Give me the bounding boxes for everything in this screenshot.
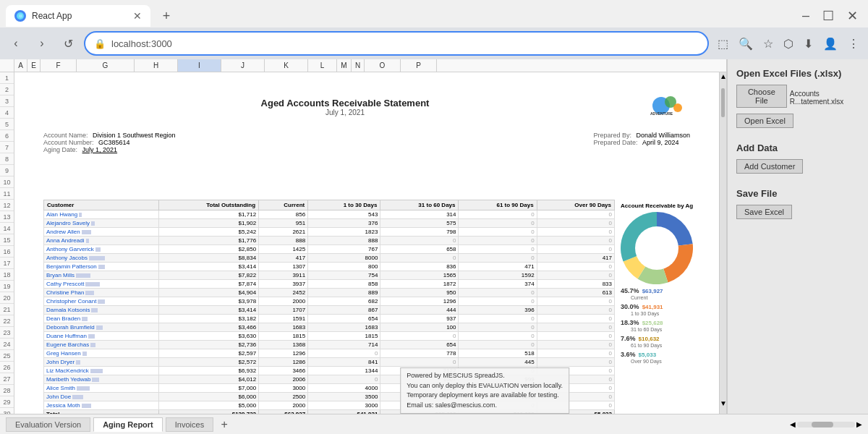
row-num-30: 30 xyxy=(0,408,14,414)
address-text[interactable]: localhost:3000 xyxy=(111,38,699,49)
col-header-a: A xyxy=(14,59,27,72)
scroll-down-btn[interactable]: ▼ xyxy=(720,399,726,414)
browser-toolbar: ‹ › ↺ 🔒 localhost:3000 ⬚ 🔍 ☆ ⬡ ⬇ 👤 ⋮ xyxy=(0,27,868,59)
row-num-29: 29 xyxy=(0,396,14,408)
tab-evaluation-version[interactable]: Evaluation Version xyxy=(6,417,90,432)
open-excel-title: Open Excel Files (.xlsx) xyxy=(736,68,859,79)
table-row: Christopher Conant$3,9782000682129600 xyxy=(44,297,615,306)
col-header-i: I xyxy=(178,59,221,72)
table-row: Alan Hwang$1,71285654331400 xyxy=(44,210,615,219)
report-header-row: Aged Accounts Receivable Statement July … xyxy=(14,95,719,119)
report-content-area[interactable]: Aged Accounts Receivable Statement July … xyxy=(14,72,719,414)
row-num-5: 5 xyxy=(0,119,14,130)
eval-line2: You can only deploy this EVALUATION vers… xyxy=(407,382,563,389)
row-num-1: 1 xyxy=(0,72,14,84)
file-name-display: Accounts R...tatement.xlsx xyxy=(790,90,859,106)
forward-button[interactable]: › xyxy=(32,33,52,54)
open-excel-button[interactable]: Open Excel xyxy=(736,114,793,128)
h-scrollbar[interactable]: ◀ ▶ xyxy=(790,420,862,428)
choose-file-button[interactable]: Choose File xyxy=(736,85,787,108)
scroll-right-btn[interactable]: ▶ xyxy=(856,420,862,428)
prepared-by-value: Donald Williamson xyxy=(636,132,690,139)
scroll-up-btn[interactable]: ▲ xyxy=(720,72,726,87)
th-61-90: 61 to 90 Days xyxy=(459,200,537,210)
eval-popup: Powered by MESCIUS SpreadJS. You can onl… xyxy=(400,367,569,414)
download-icon[interactable]: ⬇ xyxy=(801,34,816,54)
row-num-14: 14 xyxy=(0,223,14,234)
browser-tab[interactable]: ⚛ React App ✕ xyxy=(6,5,150,27)
row-numbers-col: 1 2 3 4 5 6 7 8 9 10 11 12 13 14 15 16 1… xyxy=(0,72,14,414)
col-header-h: H xyxy=(135,59,178,72)
prepared-by-label: Prepared By: xyxy=(593,132,631,139)
close-button[interactable]: ✕ xyxy=(843,8,862,24)
tab-invoices[interactable]: Invoices xyxy=(166,417,213,432)
row-num-13: 13 xyxy=(0,211,14,223)
row-num-19: 19 xyxy=(0,281,14,292)
account-name-value: Division 1 Southwest Region xyxy=(93,132,176,139)
th-1-30: 1 to 30 Days xyxy=(308,200,380,210)
prepared-date-label: Prepared Date: xyxy=(593,139,637,146)
account-number-value: GC385614 xyxy=(98,139,130,146)
row-num-6: 6 xyxy=(0,130,14,142)
svg-text:ADVENTURE: ADVENTURE xyxy=(650,111,673,116)
table-row: Eugene Barchas$2,736136871465400 xyxy=(44,341,615,349)
tab-close-icon[interactable]: ✕ xyxy=(133,10,142,22)
row-num-3: 3 xyxy=(0,95,14,107)
back-button[interactable]: ‹ xyxy=(6,33,26,54)
title-bar: ⚛ React App ✕ + – ☐ ✕ xyxy=(0,0,868,27)
h-scroll-track[interactable] xyxy=(797,422,855,427)
minimize-button[interactable]: – xyxy=(798,8,814,24)
empty-rows-9-11 xyxy=(14,165,719,200)
h-scroll-thumb[interactable] xyxy=(812,422,833,427)
spreadsheet-body: 1 2 3 4 5 6 7 8 9 10 11 12 13 14 15 16 1… xyxy=(0,72,726,414)
extensions-icon[interactable]: ⬡ xyxy=(780,34,796,54)
row-num-24: 24 xyxy=(0,339,14,350)
col-header-j: J xyxy=(221,59,265,72)
reload-button[interactable]: ↺ xyxy=(58,33,78,54)
row-num-18: 18 xyxy=(0,269,14,281)
table-row: Damala Kotsonis$3,41417078674443960 xyxy=(44,306,615,315)
svg-point-4 xyxy=(673,103,682,112)
tab-aging-report[interactable]: Aging Report xyxy=(93,417,163,432)
row-num-15: 15 xyxy=(0,234,14,246)
account-number-label: Account Number: xyxy=(43,139,94,146)
scroll-thumb[interactable] xyxy=(721,88,725,117)
row-num-9: 9 xyxy=(0,165,14,176)
main-content: A E F G H I J K L M N O P 1 2 3 4 5 6 7 xyxy=(0,59,868,414)
add-sheet-button[interactable]: + xyxy=(216,417,232,433)
eval-line3: Temporary deployment keys are available … xyxy=(407,391,559,399)
eval-line4: Email us: sales@mescius.com. xyxy=(407,401,497,409)
table-row: Cathy Prescott$7,87439378581872374833 xyxy=(44,280,615,289)
col-header-p: P xyxy=(401,59,437,72)
address-bar[interactable]: 🔒 localhost:3000 xyxy=(84,31,709,56)
table-row: Dean Braden$3,182159165493700 xyxy=(44,315,615,323)
row-num-17: 17 xyxy=(0,258,14,269)
svg-point-7 xyxy=(635,226,678,270)
save-excel-button[interactable]: Save Excel xyxy=(736,205,792,219)
new-tab-button[interactable]: + xyxy=(156,6,176,26)
row-num-11: 11 xyxy=(0,188,14,200)
sidebar: Open Excel Files (.xlsx) Choose File Acc… xyxy=(727,59,868,414)
row-header-corner xyxy=(0,59,14,72)
prepared-date-value: April 9, 2024 xyxy=(642,139,679,146)
col-header-n: N xyxy=(352,59,365,72)
search-icon[interactable]: 🔍 xyxy=(736,34,756,54)
scroll-left-btn[interactable]: ◀ xyxy=(790,420,796,428)
cast-icon[interactable]: ⬚ xyxy=(715,34,731,54)
menu-icon[interactable]: ⋮ xyxy=(845,34,862,54)
bookmark-icon[interactable]: ☆ xyxy=(760,34,776,54)
maximize-button[interactable]: ☐ xyxy=(818,8,838,24)
column-headers: A E F G H I J K L M N O P xyxy=(0,59,726,72)
vertical-scrollbar[interactable]: ▲ ▼ xyxy=(719,72,726,414)
add-customer-button[interactable]: Add Customer xyxy=(736,159,803,174)
meta-left: Account Name: Division 1 Southwest Regio… xyxy=(43,132,176,163)
th-total: Total Outstanding xyxy=(158,200,258,210)
prepared-date-row: Prepared Date: April 9, 2024 xyxy=(593,139,690,146)
row-num-4: 4 xyxy=(0,107,14,119)
profile-icon[interactable]: 👤 xyxy=(820,34,841,54)
add-data-title: Add Data xyxy=(736,142,859,153)
empty-row-1 xyxy=(14,72,719,84)
add-data-section: Add Data Add Customer xyxy=(736,142,859,176)
tab-title: React App xyxy=(32,11,127,21)
row-num-26: 26 xyxy=(0,362,14,373)
